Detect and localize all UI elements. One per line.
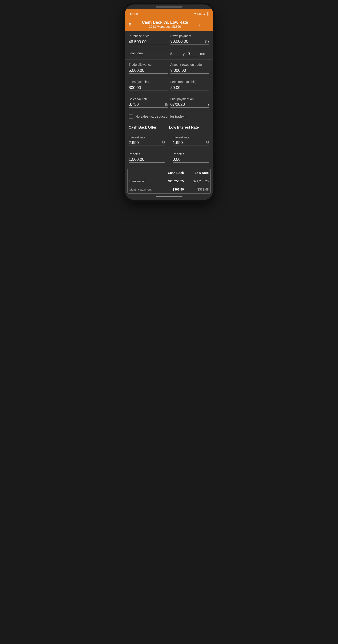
low-rate-rebates-group: Rebates	[169, 149, 213, 166]
low-rate-title: Low Interest Rate	[169, 126, 199, 129]
loan-term-label: Loan term	[129, 52, 168, 55]
status-bar: 10:00 ▼ LTE ▲ ▐	[125, 10, 213, 18]
down-payment-wrapper: $ ▾	[170, 39, 210, 44]
results-header-row: Cash Back Low Rate	[128, 169, 210, 177]
amount-owed-group: Amount owed on trade	[170, 63, 210, 74]
first-payment-group: First payment on ▾	[170, 97, 210, 108]
loan-amount-low-rate: $21,256.25	[184, 179, 209, 183]
battery-icon: ▐	[206, 12, 208, 16]
price-payment-row: Purchase price Down payment $ ▾	[129, 34, 209, 45]
fees-taxable-label: Fees (taxable)	[129, 80, 168, 84]
cash-back-interest-suffix: %	[162, 141, 165, 145]
notch	[156, 6, 183, 8]
low-rate-rebates-label: Rebates	[173, 152, 209, 156]
first-payment-input[interactable]	[170, 102, 207, 107]
comparison-header: Cash Back Offer Low Interest Rate	[125, 122, 213, 132]
purchase-price-group: Purchase price	[129, 34, 168, 45]
loan-amount-row: Loan amount $20,256.25 $21,256.25	[128, 177, 210, 185]
trade-section: Trade allowance Amount owed on trade	[125, 60, 213, 77]
trade-row: Trade allowance Amount owed on trade	[129, 63, 209, 74]
down-payment-input[interactable]	[170, 39, 204, 44]
cash-back-interest-group: Interest rate %	[125, 132, 169, 149]
cash-back-rebates-wrapper	[129, 157, 165, 162]
fees-nontaxable-group: Fees (non-taxable)	[170, 80, 210, 91]
loan-amount-cash-back: $20,256.25	[159, 179, 184, 183]
results-header-spacer	[129, 171, 159, 175]
monthly-payment-row: Monthly payment $363.89 $372.48	[128, 185, 210, 194]
loan-amount-label: Loan amount	[129, 180, 159, 183]
low-rate-rebates-input[interactable]	[173, 157, 209, 162]
fees-row: Fees (taxable) Fees (non-taxable)	[129, 80, 209, 91]
first-payment-wrapper: ▾	[170, 102, 210, 108]
rebates-comparison: Rebates Rebates	[125, 149, 213, 166]
loan-term-years-input[interactable]	[170, 52, 181, 56]
status-time: 10:00	[130, 12, 138, 16]
mo-label: mo	[200, 52, 205, 56]
tax-payment-row: Sales tax rate % First payment on ▾	[129, 97, 209, 108]
down-payment-group: Down payment $ ▾	[170, 34, 210, 45]
results-table: Cash Back Low Rate Loan amount $20,256.2…	[127, 168, 211, 194]
toolbar-actions: ✓ ⋮	[198, 22, 209, 27]
home-indicator	[156, 196, 183, 197]
fees-section: Fees (taxable) Fees (non-taxable)	[125, 77, 213, 94]
app-title: Cash Back vs. Low Rate	[134, 20, 196, 25]
signal-icon: ▲	[203, 12, 206, 16]
low-rate-interest-suffix: %	[206, 141, 209, 145]
phone-frame: 10:00 ▼ LTE ▲ ▐ ≡ Cash Back vs. Low Rate…	[125, 4, 213, 200]
toolbar-title-group: Cash Back vs. Low Rate 2013 Mercedes ML3…	[134, 20, 196, 28]
cash-back-title: Cash Back Offer	[129, 126, 157, 129]
no-tax-deduction-row: No sales tax deduction for trade-in	[125, 111, 213, 122]
cash-back-rebates-group: Rebates	[125, 149, 169, 166]
yr-label: yr	[183, 52, 186, 56]
fees-nontaxable-label: Fees (non-taxable)	[170, 80, 210, 84]
loan-term-months-input[interactable]	[188, 52, 198, 56]
loan-term-inputs-group: yr mo	[170, 52, 210, 56]
loan-term-label-group: Loan term	[129, 52, 168, 56]
more-options-icon[interactable]: ⋮	[205, 22, 209, 27]
loan-term-section: Loan term yr mo	[125, 48, 213, 60]
menu-icon[interactable]: ≡	[129, 22, 132, 27]
confirm-icon[interactable]: ✓	[198, 22, 202, 27]
first-payment-label: First payment on	[170, 97, 210, 101]
cash-back-rebates-label: Rebates	[129, 152, 165, 156]
low-rate-column-header: Low Rate	[184, 171, 209, 175]
no-tax-deduction-label: No sales tax deduction for trade-in	[135, 114, 186, 118]
amount-owed-label: Amount owed on trade	[170, 63, 210, 66]
cash-back-col-header: Cash Back Offer	[129, 126, 169, 130]
amount-owed-input[interactable]	[170, 68, 210, 74]
currency-symbol: $	[205, 40, 207, 44]
cash-back-interest-label: Interest rate	[129, 136, 165, 139]
purchase-price-label: Purchase price	[129, 34, 168, 38]
sales-tax-input[interactable]	[129, 102, 164, 107]
cash-back-rebates-input[interactable]	[129, 157, 165, 162]
low-rate-interest-input[interactable]	[173, 140, 205, 145]
wifi-icon: ▼	[194, 12, 197, 16]
down-payment-dropdown-icon[interactable]: ▾	[208, 39, 209, 44]
interest-rate-comparison: Interest rate % Interest rate %	[125, 132, 213, 149]
trade-allowance-input[interactable]	[129, 68, 168, 74]
low-rate-interest-group: Interest rate %	[169, 132, 213, 149]
cash-back-interest-wrapper: %	[129, 140, 165, 146]
sales-tax-label: Sales tax rate	[129, 97, 168, 101]
fees-taxable-input[interactable]	[129, 85, 168, 91]
low-rate-rebates-wrapper	[173, 157, 209, 162]
cash-back-interest-input[interactable]	[129, 140, 161, 145]
monthly-payment-cash-back: $363.89	[159, 188, 184, 191]
monthly-payment-label: Monthly payment	[129, 188, 159, 191]
price-payment-section: Purchase price Down payment $ ▾	[125, 31, 213, 48]
no-tax-deduction-checkbox[interactable]	[129, 114, 133, 118]
content: Purchase price Down payment $ ▾ Loan ter…	[125, 31, 213, 194]
toolbar: ≡ Cash Back vs. Low Rate 2013 Mercedes M…	[125, 18, 213, 31]
sales-tax-suffix: %	[164, 103, 168, 107]
purchase-price-input[interactable]	[129, 39, 168, 45]
first-payment-dropdown-icon[interactable]: ▾	[208, 102, 209, 107]
low-rate-interest-wrapper: %	[173, 140, 209, 146]
fees-nontaxable-input[interactable]	[170, 85, 210, 91]
lte-label: LTE	[197, 12, 202, 16]
down-payment-label: Down payment	[170, 34, 210, 38]
tax-payment-section: Sales tax rate % First payment on ▾	[125, 94, 213, 111]
cash-back-column-header: Cash Back	[159, 171, 184, 175]
fees-taxable-group: Fees (taxable)	[129, 80, 168, 91]
trade-allowance-label: Trade allowance	[129, 63, 168, 66]
app-subtitle: 2013 Mercedes ML350	[134, 25, 196, 28]
